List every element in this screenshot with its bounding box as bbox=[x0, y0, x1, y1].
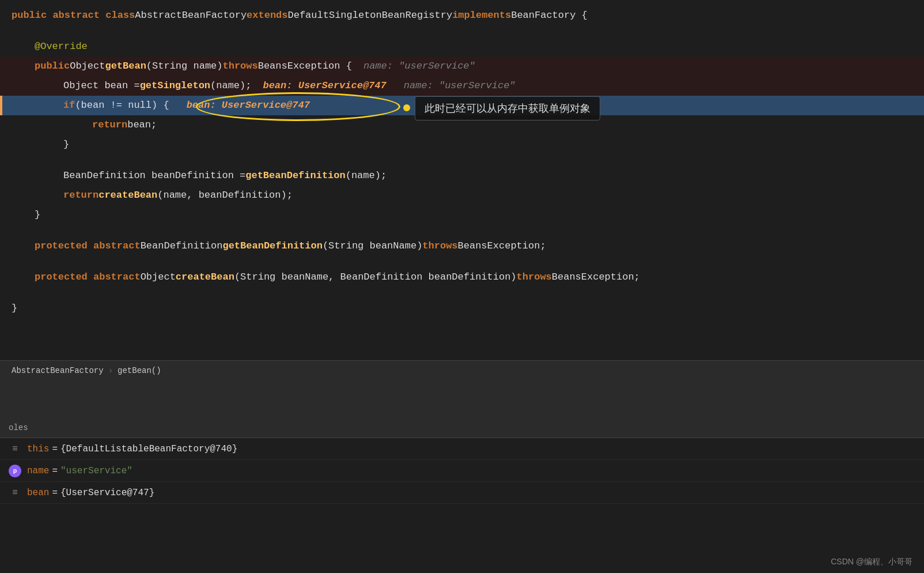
code-line-10: BeanDefinition beanDefinition = getBeanD… bbox=[0, 166, 924, 186]
var-eq-name: = bbox=[52, 466, 58, 476]
panel-title: oles bbox=[9, 423, 28, 432]
code-line-3: @Override bbox=[0, 37, 924, 56]
variables-panel: oles ≡ this = {DefaultListableBeanFactor… bbox=[0, 418, 924, 573]
tooltip-box: 此时已经可以从内存中获取单例对象 bbox=[415, 96, 600, 120]
code-line-4: public Object getBean (String name) thro… bbox=[0, 56, 924, 76]
code-line-16: protected abstract Object createBean (St… bbox=[0, 267, 924, 287]
var-val-bean: {UserService@747} bbox=[60, 488, 154, 498]
tooltip-text: 此时已经可以从内存中获取单例对象 bbox=[425, 103, 590, 114]
code-line-1: public abstract class AbstractBeanFactor… bbox=[0, 6, 924, 25]
csdn-watermark: CSDN @编程、小哥哥 bbox=[831, 557, 912, 567]
var-icon-name: p bbox=[9, 465, 21, 477]
panel-header: oles bbox=[0, 418, 924, 438]
code-line-2 bbox=[0, 25, 924, 37]
var-eq-this: = bbox=[52, 444, 58, 454]
code-line-13 bbox=[0, 225, 924, 236]
breadcrumb-separator: › bbox=[108, 366, 113, 375]
debug-indicator bbox=[0, 96, 2, 115]
watermark-text: CSDN @编程、小哥哥 bbox=[831, 557, 912, 566]
code-line-15 bbox=[0, 256, 924, 267]
var-eq-bean: = bbox=[52, 488, 58, 498]
var-item-this: ≡ this = {DefaultListableBeanFactory@740… bbox=[0, 438, 924, 460]
code-editor: public abstract class AbstractBeanFactor… bbox=[0, 0, 924, 360]
var-name-this: this bbox=[27, 444, 49, 454]
code-line-5: Object bean = getSingleton (name); bean:… bbox=[0, 76, 924, 96]
var-val-name: "userService" bbox=[60, 466, 132, 476]
var-icon-this: ≡ bbox=[9, 443, 21, 455]
breadcrumb-bar: AbstractBeanFactory › getBean() bbox=[0, 360, 924, 380]
breadcrumb-method: getBean() bbox=[118, 366, 161, 375]
code-line-18: } bbox=[0, 299, 924, 318]
code-line-12: } bbox=[0, 205, 924, 225]
var-item-name: p name = "userService" bbox=[0, 460, 924, 482]
code-line-8: } bbox=[0, 135, 924, 154]
code-line-14: protected abstract BeanDefinition getBea… bbox=[0, 236, 924, 256]
separator-area bbox=[0, 380, 924, 418]
var-icon-bean: ≡ bbox=[9, 487, 21, 499]
dot-connector bbox=[403, 104, 410, 111]
var-val-this: {DefaultListableBeanFactory@740} bbox=[60, 444, 237, 454]
code-line-17 bbox=[0, 287, 924, 299]
code-line-11: return createBean (name, beanDefinition)… bbox=[0, 186, 924, 205]
var-name-name: name bbox=[27, 466, 49, 476]
code-line-9 bbox=[0, 154, 924, 166]
var-item-bean: ≡ bean = {UserService@747} bbox=[0, 482, 924, 504]
breadcrumb-class: AbstractBeanFactory bbox=[12, 366, 104, 375]
var-name-bean: bean bbox=[27, 488, 49, 498]
